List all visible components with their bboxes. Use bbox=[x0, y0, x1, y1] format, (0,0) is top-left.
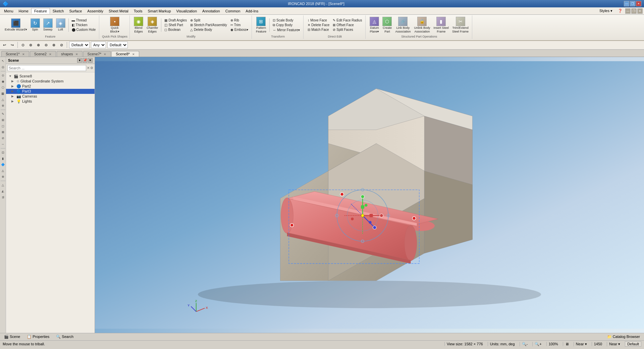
strip-btn-2[interactable]: ◎ bbox=[0, 64, 6, 70]
draft-angles-button[interactable]: ▦ Draft Angles bbox=[163, 18, 188, 22]
sweep-button[interactable]: ↗ Sweep bbox=[42, 16, 54, 34]
tree-item-lights[interactable]: ▶ 💡 Lights bbox=[6, 99, 95, 104]
strip-btn-16[interactable]: ▮ bbox=[0, 156, 6, 161]
menu-item-common[interactable]: Common bbox=[223, 8, 243, 14]
strip-btn-6[interactable]: ▦ bbox=[0, 91, 6, 96]
copy-body-button[interactable]: ⧉ Copy Body bbox=[271, 23, 301, 27]
tree-item-gcs[interactable]: ▶ ⊕ Global Coordinate System bbox=[6, 79, 95, 84]
ribbon-restore-button[interactable]: ❐ bbox=[631, 8, 637, 14]
strip-btn-4[interactable]: ◉ bbox=[0, 79, 6, 84]
strip-btn-11[interactable]: ◻ bbox=[0, 123, 6, 129]
strip-btn-1[interactable]: ↖ bbox=[0, 58, 6, 64]
menu-item-visualization[interactable]: Visualization bbox=[174, 8, 200, 14]
toolbar-icon-3[interactable]: ⊙ bbox=[20, 42, 26, 48]
tree-expand-gcs[interactable]: ▶ bbox=[11, 79, 15, 83]
strip-btn-10[interactable]: ⊞ bbox=[0, 117, 6, 123]
bottom-tab-search[interactable]: 🔍 Search bbox=[53, 334, 76, 339]
tree-expand-part3[interactable]: ▶ bbox=[11, 90, 15, 93]
ribbon-minimize-button[interactable]: — bbox=[625, 8, 631, 14]
match-face-button[interactable]: ⊟ Match Face bbox=[306, 27, 331, 32]
unlink-body-button[interactable]: 🔓 Unlink BodyAssociation bbox=[413, 16, 431, 34]
tree-item-scene8[interactable]: ▼ 🎬 Scene8 bbox=[6, 74, 95, 79]
strip-btn-3[interactable]: ⊙ bbox=[0, 73, 6, 78]
scene-panel-pin-button[interactable]: 📌 bbox=[83, 58, 87, 63]
tree-item-part3[interactable]: ▶ 🔵 Part3 bbox=[6, 89, 95, 94]
edit-face-radius-button[interactable]: ✎ Edit Face Radius bbox=[331, 18, 363, 22]
toolbar-icon-6[interactable]: ⊖ bbox=[43, 42, 49, 48]
tab-shapes[interactable]: shapes ✕ bbox=[57, 51, 83, 57]
style-select-2[interactable]: Any bbox=[91, 42, 106, 48]
thread-button[interactable]: ▬ Thread bbox=[70, 18, 97, 22]
tree-expand-lights[interactable]: ▶ bbox=[11, 100, 15, 103]
loft-button[interactable]: ◈ Loft bbox=[55, 16, 67, 34]
toolbar-icon-7[interactable]: ⊗ bbox=[51, 42, 57, 48]
tree-expand-scene8[interactable]: ▼ bbox=[9, 74, 13, 78]
render-mode-button[interactable]: 🖥 bbox=[563, 342, 571, 346]
strip-btn-20[interactable]: △ bbox=[0, 182, 6, 188]
strip-btn-19[interactable]: ⊗ bbox=[0, 174, 6, 179]
strip-btn-9[interactable]: ✎ bbox=[0, 111, 6, 117]
trim-button[interactable]: ✂ Trim bbox=[229, 23, 250, 27]
ribbon-close-button[interactable]: ✕ bbox=[637, 8, 643, 14]
menu-item-feature[interactable]: Feature bbox=[31, 8, 50, 14]
delete-face-button[interactable]: ✕ Delete Face bbox=[306, 23, 331, 27]
datum-plane-button[interactable]: ◬ DatumPlane▾ bbox=[368, 16, 380, 34]
tab-scene1[interactable]: Scene1* ✕ bbox=[1, 51, 29, 57]
help-icon[interactable]: ❓ bbox=[615, 8, 625, 14]
split-faces-button[interactable]: ⊘ Split Faces bbox=[331, 27, 363, 32]
offset-face-button[interactable]: ⊠ Offset Face bbox=[331, 23, 363, 27]
chamfer-edges-button[interactable]: ◈ ChamferEdges bbox=[145, 16, 160, 34]
spin-button[interactable]: ↻ Spin bbox=[29, 16, 41, 34]
search-settings-icon[interactable]: ⚙ bbox=[90, 66, 93, 70]
close-button[interactable]: ✕ bbox=[636, 1, 641, 6]
tab-scene2[interactable]: Scene2 ✕ bbox=[30, 51, 56, 57]
strip-btn-21[interactable]: ◭ bbox=[0, 188, 6, 194]
strip-btn-12[interactable]: ⊠ bbox=[0, 129, 6, 135]
scale-body-button[interactable]: ⊡ Scale Body bbox=[271, 18, 301, 22]
strip-btn-17[interactable]: 🔷 bbox=[0, 162, 6, 167]
default-button[interactable]: Default bbox=[625, 341, 641, 347]
scene-search-input[interactable] bbox=[7, 65, 86, 71]
split-button[interactable]: ⊕ Split bbox=[189, 18, 228, 22]
catalog-browser-toggle[interactable]: 📁 Catalog Browser bbox=[604, 334, 643, 339]
search-clear-button[interactable]: ✕ bbox=[87, 66, 90, 70]
rib-button[interactable]: ⊗ Rib bbox=[229, 18, 250, 22]
toolbar-icon-1[interactable]: ↩ bbox=[1, 42, 8, 48]
extrude-wizard-button[interactable]: ⬛ Extrude Wizard▾ bbox=[3, 16, 29, 34]
toolbar-icon-4[interactable]: ⊛ bbox=[28, 42, 34, 48]
style-select-1[interactable]: Default bbox=[69, 42, 90, 48]
trim-steel-button[interactable]: ✂ Trim/ExtendSteel Frame bbox=[451, 16, 470, 34]
scene-panel-menu-button[interactable]: ▾ bbox=[77, 58, 82, 63]
zoom-in-button[interactable]: 🔍+ bbox=[532, 342, 543, 346]
menu-item-sheetmetal[interactable]: Sheet Metal bbox=[106, 8, 131, 14]
toolbar-icon-8[interactable]: ⊘ bbox=[58, 42, 65, 48]
strip-btn-18[interactable]: ◬ bbox=[0, 168, 6, 173]
near-dropdown[interactable]: Near ▾ bbox=[574, 342, 589, 346]
strip-btn-15[interactable]: ⊡ bbox=[0, 150, 6, 155]
bottom-tab-scene[interactable]: 🎬 Scene bbox=[1, 334, 23, 339]
menu-item-annotation[interactable]: Annotation bbox=[200, 8, 223, 14]
create-part-button[interactable]: ⬡ CreatePart bbox=[381, 16, 393, 34]
shell-part-button[interactable]: ◫ Shell Part bbox=[163, 23, 188, 27]
delete-body-button[interactable]: △ Delete Body bbox=[189, 27, 228, 32]
tree-expand-cameras[interactable]: ▶ bbox=[11, 95, 15, 98]
custom-hole-button[interactable]: ⬤ Custom Hole bbox=[70, 27, 97, 32]
menu-item-home[interactable]: Home bbox=[16, 8, 31, 14]
tree-item-cameras[interactable]: ▶ 📷 Cameras bbox=[6, 94, 95, 99]
menu-item-surface[interactable]: Surface bbox=[66, 8, 85, 14]
style-select-3[interactable]: Default bbox=[107, 42, 128, 48]
bottom-tab-properties[interactable]: 📋 Properties bbox=[24, 334, 52, 339]
link-body-button[interactable]: 🔗 Link BodyAssociation bbox=[394, 16, 412, 34]
styles-dropdown[interactable]: Styles ▾ bbox=[597, 8, 615, 14]
strip-btn-14[interactable]: ↔ bbox=[0, 141, 6, 147]
mirror-feature-button[interactable]: ↔ Mirror Feature▾ bbox=[271, 28, 301, 32]
menu-item-sketch[interactable]: Sketch bbox=[50, 8, 67, 14]
blend-edges-button[interactable]: ◉ BlendEdges bbox=[132, 16, 145, 34]
thicken-button[interactable]: ◧ Thicken bbox=[70, 23, 97, 27]
minimize-button[interactable]: — bbox=[624, 1, 629, 6]
tree-item-part2[interactable]: ▶ 🔵 Part2 bbox=[6, 84, 95, 89]
strip-btn-13[interactable]: ⊘ bbox=[0, 135, 6, 141]
strip-btn-7[interactable]: △ bbox=[0, 97, 6, 102]
pattern-feature-button[interactable]: ⊞ PatternFeature bbox=[255, 16, 268, 34]
zoom-out-button[interactable]: 🔍- bbox=[520, 342, 530, 346]
